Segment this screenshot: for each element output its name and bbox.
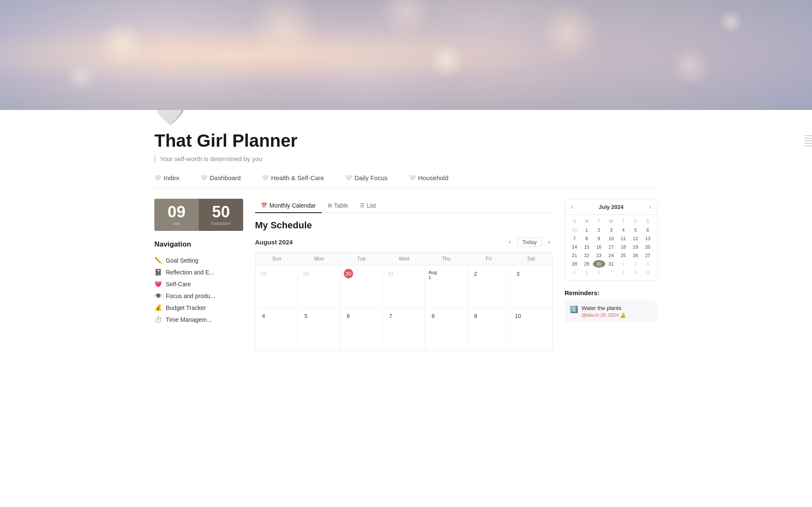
cal-day[interactable]: 2	[467, 266, 510, 307]
cal-day[interactable]: Aug 1	[425, 266, 467, 307]
mini-day[interactable]: 4	[568, 269, 581, 276]
tab-monthly-calendar[interactable]: 📅 Monthly Calendar	[255, 199, 322, 213]
scrollbar[interactable]	[805, 0, 812, 351]
tab-table[interactable]: ⊞ Table	[322, 199, 354, 213]
cal-day[interactable]: 8	[425, 308, 467, 350]
reminder-icon: 1️⃣	[570, 305, 578, 313]
nav-item-daily-focus[interactable]: 🤍 Daily Focus	[345, 174, 387, 181]
mini-day[interactable]: 31	[605, 260, 617, 268]
mini-day[interactable]: 10	[642, 269, 654, 276]
mini-prev-month-button[interactable]: ‹	[570, 203, 574, 210]
nav-list-item-time[interactable]: ⏱️ Time Managem...	[154, 314, 243, 326]
cal-day[interactable]: 9	[467, 308, 510, 350]
scrollbar-line	[804, 135, 812, 136]
cal-day[interactable]: 7	[383, 308, 425, 350]
mini-day-selected[interactable]: 30	[593, 260, 605, 268]
nav-item-index[interactable]: 🤍 Index	[154, 174, 179, 181]
cal-day[interactable]: 28	[255, 266, 298, 307]
mini-day[interactable]: 25	[617, 252, 629, 259]
mini-dow-t: T	[593, 218, 605, 225]
calendar-grid: Sun Mon Tue Wed Thu Fri Sat 28 29 30 31	[255, 252, 553, 351]
cal-header-sun: Sun	[255, 252, 298, 265]
mini-day[interactable]: 6	[642, 226, 654, 234]
tab-list[interactable]: ☰ List	[354, 199, 382, 213]
tab-list-label: List	[367, 202, 376, 209]
mini-day[interactable]: 2	[629, 260, 642, 268]
mini-day[interactable]: 19	[629, 243, 642, 251]
cal-day[interactable]: 6	[340, 308, 383, 350]
mini-day[interactable]: 27	[642, 252, 654, 259]
mini-day[interactable]: 26	[629, 252, 642, 259]
mini-next-month-button[interactable]: ›	[648, 203, 652, 210]
mini-day[interactable]: 3	[642, 260, 654, 268]
monthly-calendar-icon: 📅	[261, 203, 267, 208]
mini-day[interactable]: 21	[568, 252, 581, 259]
reminder-card: 1️⃣ Water the plants @March 29, 2024 🔔	[565, 301, 658, 322]
mini-day[interactable]: 28	[568, 260, 581, 268]
mini-day[interactable]: 5	[581, 269, 593, 276]
cal-day[interactable]: 29	[298, 266, 340, 307]
nav-list-item-self-care[interactable]: 💗 Self-Care	[154, 278, 243, 290]
cal-day[interactable]: 4	[255, 308, 298, 350]
scrollbar-line	[804, 140, 812, 141]
clock-hour: 09 AM	[154, 199, 199, 231]
nav-list-item-budget[interactable]: 💰 Budget Tracker	[154, 302, 243, 314]
mini-day[interactable]: 12	[629, 235, 642, 242]
mini-day[interactable]: 15	[581, 243, 593, 251]
clock-min-number: 50	[206, 204, 236, 220]
mini-day[interactable]: 29	[581, 260, 593, 268]
nav-list-item-reflection[interactable]: 📓 Reflection and E...	[154, 266, 243, 278]
mini-week-5: 28 29 30 31 1 2 3	[568, 260, 654, 268]
prev-month-button[interactable]: ‹	[506, 237, 513, 247]
mini-day[interactable]: 8	[617, 269, 629, 276]
mini-dow-f: F	[629, 218, 642, 225]
mini-day[interactable]: 30	[568, 226, 581, 234]
cal-day[interactable]: 5	[298, 308, 340, 350]
mini-day[interactable]: 1	[581, 226, 593, 234]
nav-item-dashboard[interactable]: 🤍 Dashboard	[200, 174, 241, 181]
mini-day[interactable]: 2	[593, 226, 605, 234]
mini-day[interactable]: 16	[593, 243, 605, 251]
mini-day[interactable]: 11	[617, 235, 629, 242]
cal-day[interactable]: 31	[383, 266, 425, 307]
cal-day[interactable]: 3	[510, 266, 552, 307]
nav-list-item-goal-setting[interactable]: ✏️ Goal Setting	[154, 255, 243, 266]
mini-day[interactable]: 18	[617, 243, 629, 251]
mini-day[interactable]: 24	[605, 252, 617, 259]
nav-label-daily-focus: Daily Focus	[354, 174, 387, 181]
mini-day[interactable]: 13	[642, 235, 654, 242]
next-month-button[interactable]: ›	[546, 237, 553, 247]
mini-day[interactable]: 7	[605, 269, 617, 276]
nav-list-item-focus[interactable]: 👁️ Focus and produ...	[154, 290, 243, 302]
mini-day[interactable]: 10	[605, 235, 617, 242]
cal-day-today[interactable]: 30	[340, 266, 383, 307]
cal-day[interactable]: 10	[510, 308, 552, 350]
today-button[interactable]: Today	[518, 237, 542, 247]
mini-day[interactable]: 17	[605, 243, 617, 251]
mini-day[interactable]: 8	[581, 235, 593, 242]
mini-day[interactable]: 7	[568, 235, 581, 242]
nav-item-health[interactable]: 🤍 Health & Self-Care	[262, 174, 324, 181]
mini-dow-w: W	[605, 218, 617, 225]
mini-day[interactable]: 1	[617, 260, 629, 268]
mini-calendar: ‹ July 2024 › S M T W T F S	[565, 199, 658, 281]
self-care-label: Self-Care	[166, 281, 191, 288]
mini-day[interactable]: 4	[617, 226, 629, 234]
tab-monthly-label: Monthly Calendar	[269, 202, 316, 209]
nav-item-household[interactable]: 🤍 Household	[409, 174, 449, 181]
mini-day[interactable]: 23	[593, 252, 605, 259]
mini-day[interactable]: 22	[581, 252, 593, 259]
mini-day[interactable]: 9	[593, 235, 605, 242]
mini-dow-th: T	[617, 218, 629, 225]
reminder-content: Water the plants @March 29, 2024 🔔	[582, 305, 626, 318]
cal-header-fri: Fri	[467, 252, 510, 265]
cal-header-wed: Wed	[383, 252, 425, 265]
mini-day[interactable]: 6	[593, 269, 605, 276]
mini-day[interactable]: 14	[568, 243, 581, 251]
mini-day[interactable]: 20	[642, 243, 654, 251]
mini-calendar-title: July 2024	[599, 204, 624, 210]
table-icon: ⊞	[328, 203, 332, 208]
mini-day[interactable]: 3	[605, 226, 617, 234]
mini-day[interactable]: 5	[629, 226, 642, 234]
mini-day[interactable]: 9	[629, 269, 642, 276]
